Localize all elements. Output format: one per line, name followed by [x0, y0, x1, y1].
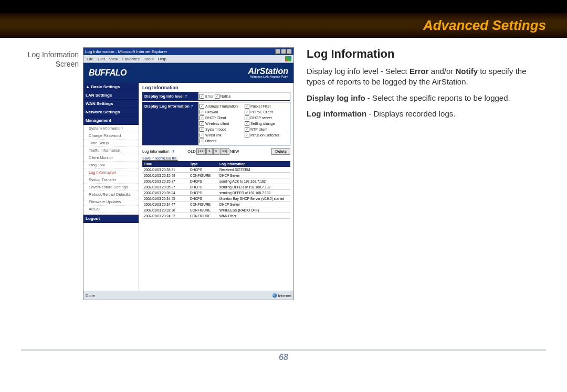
table-row: 2002/01/03 20:34:55DHCPSMoreton Bay DHCP… — [142, 196, 290, 202]
delete-button[interactable]: Delete — [271, 148, 290, 155]
main-title: Log Information — [142, 85, 290, 90]
chk-item[interactable]: ✓Address Translation — [200, 103, 244, 109]
page-number: 68 — [279, 353, 288, 362]
close-icon[interactable] — [287, 49, 292, 54]
article-p2: Display log info - Select the specific r… — [307, 93, 546, 103]
screenshot-caption: Log Information Screen — [21, 47, 79, 300]
table-row: 2002/01/03 20:35:49CONFIGUREDHCP Server — [142, 173, 290, 178]
sidebar-item-password[interactable]: Change Password — [83, 132, 139, 140]
pager-new-label: NEW — [230, 149, 239, 154]
status-bar: Done Internet — [83, 291, 293, 300]
pager-first-button[interactable]: |<< — [196, 148, 206, 155]
airstation-logo: AirStation — [248, 68, 288, 75]
chk-item — [245, 138, 289, 144]
status-zone: Internet — [278, 293, 291, 298]
sidebar-item-time[interactable]: Time Setup — [83, 140, 139, 147]
maximize-icon[interactable] — [281, 49, 286, 54]
page-header-bar: Advanced Settings — [0, 13, 567, 38]
pager-old-label: OLD — [187, 149, 195, 154]
cfg-level-label: Display log info level ? — [143, 92, 198, 100]
sidebar-item-loginfo[interactable]: Log Information — [83, 169, 139, 176]
chk-notice[interactable]: ✓Notice — [215, 93, 231, 99]
menu-help[interactable]: Help — [158, 57, 166, 61]
chk-item[interactable]: ✓DHCP Client — [200, 115, 244, 121]
status-done: Done — [86, 293, 95, 298]
sidebar-network[interactable]: Network Settings — [83, 108, 139, 116]
chk-item[interactable]: ✓Firewall — [200, 109, 244, 115]
sidebar-item-reboot[interactable]: Reboot/Reload Defaults — [83, 191, 139, 198]
page-header-title: Advanced Settings — [423, 17, 546, 34]
article: Log Information Display log info level -… — [297, 47, 546, 300]
internet-zone-icon — [272, 293, 277, 298]
chk-item[interactable]: ✓Others — [200, 138, 244, 144]
sidebar-item-saverestore[interactable]: Save/Restore Settings — [83, 184, 139, 191]
chk-item[interactable]: ✓Wireless client — [200, 121, 244, 126]
window-titlebar: Log Information - Microsoft Internet Exp… — [83, 48, 293, 55]
sidebar-item-firmware[interactable]: Firmware Updates — [83, 198, 139, 206]
menu-file[interactable]: File — [87, 57, 93, 61]
table-row: 2002/01/03 20:34:47CONFIGUREDHCP Server — [142, 202, 290, 207]
menu-favorites[interactable]: Favorites — [122, 57, 140, 61]
table-row: 2002/01/03 20:35:24DHCPSsending OFFER of… — [142, 190, 290, 196]
chk-item[interactable]: ✓DHCP server — [245, 115, 289, 121]
table-row: 2002/01/03 20:35:51DHCPSReceived SIGTERM — [142, 167, 290, 173]
cfg-display-label: Display Log Information ? — [143, 102, 198, 145]
sidebar-wan[interactable]: WAN Settings — [83, 100, 139, 108]
chk-error[interactable]: ✓Error — [200, 93, 214, 99]
menu-edit[interactable]: Edit — [98, 57, 105, 61]
menu-bar: File Edit View Favorites Tools Help — [83, 55, 293, 63]
windows-logo-icon — [285, 56, 291, 61]
article-title: Log Information — [307, 47, 546, 61]
sidebar-item-ping[interactable]: Ping Tool — [83, 162, 139, 169]
pager-prev-button[interactable]: < — [206, 148, 213, 155]
sidebar-item-client[interactable]: Client Monitor — [83, 154, 139, 162]
help-icon[interactable]: ? — [172, 149, 175, 154]
th-info: Log information — [218, 161, 290, 167]
sidebar-lan[interactable]: LAN Settings — [83, 91, 139, 100]
article-p1: Display log info level - Select Error an… — [307, 66, 546, 88]
table-row: 2002/01/03 20:32:36CONFIGUREWIRELESS (RA… — [142, 207, 290, 213]
article-p3: Log information - Displays recorded logs… — [307, 109, 546, 119]
save-logfile-link[interactable]: Save in logfile.log file. — [142, 156, 178, 160]
chk-item[interactable]: ✓Packet Filter — [245, 103, 289, 109]
main-panel: Log Information Display log info level ?… — [139, 83, 293, 292]
table-row: 2002/01/03 20:24:32CONFIGUREWAN Ether — [142, 213, 290, 219]
sidebar-item-syslog[interactable]: Syslog Transfer — [83, 176, 139, 184]
minimize-icon[interactable] — [275, 49, 280, 54]
pager-last-button[interactable]: >>| — [220, 148, 229, 155]
buffalo-logo: BUFFALO — [89, 68, 127, 78]
th-type: Type — [188, 161, 218, 167]
chk-item[interactable]: ✓Intrusion Detector — [245, 132, 289, 138]
window-title: Log Information - Microsoft Internet Exp… — [85, 49, 167, 54]
pager-next-button[interactable]: > — [213, 148, 219, 155]
th-time: Time — [142, 161, 188, 167]
sidebar-item-sysinfo[interactable]: System Information — [83, 125, 139, 132]
menu-view[interactable]: View — [109, 57, 118, 61]
menu-tools[interactable]: Tools — [144, 57, 154, 61]
sidebar-basic-settings[interactable]: ▲ Basic Settings — [83, 83, 139, 91]
loginfo-label: Log information — [142, 149, 170, 154]
table-row: 2002/01/03 20:35:27DHCPSsending OFFER of… — [142, 184, 290, 190]
sidebar-item-traffic[interactable]: Traffic Information — [83, 147, 139, 154]
chk-item[interactable]: ✓Wired link — [200, 132, 244, 138]
sidebar-management[interactable]: Management — [83, 116, 139, 125]
sidebar-item-aoss[interactable]: AOSS — [83, 206, 139, 213]
log-table: Time Type Log information 2002/01/03 20:… — [142, 161, 290, 219]
airstation-subtitle: Wireless LAN Access Point — [248, 75, 288, 78]
chk-item[interactable]: ✓NTP client — [245, 126, 289, 132]
brand-bar: BUFFALO AirStation Wireless LAN Access P… — [83, 63, 293, 83]
chk-item[interactable]: ✓Setting change — [245, 121, 289, 126]
sidebar: ▲ Basic Settings LAN Settings WAN Settin… — [83, 83, 139, 292]
screenshot: Log Information - Microsoft Internet Exp… — [83, 47, 294, 300]
chk-item[interactable]: ✓System boot — [200, 126, 244, 132]
table-row: 2002/01/03 20:35:27DHCPSsending ACK to 1… — [142, 178, 290, 184]
chk-item[interactable]: ✓PPPoE Client — [245, 109, 289, 115]
page-footer: 68 — [21, 349, 546, 362]
sidebar-logout[interactable]: Logout — [83, 215, 139, 223]
